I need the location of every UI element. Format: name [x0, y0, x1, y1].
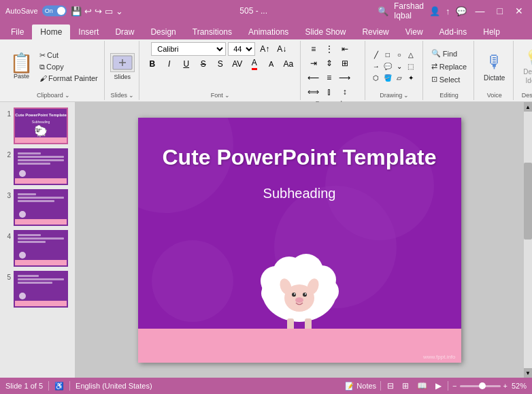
- zoom-level[interactable]: 52%: [512, 382, 527, 390]
- slide-image-5[interactable]: [14, 271, 68, 308]
- share-icon[interactable]: ↑: [446, 6, 450, 16]
- slide-sorter-button[interactable]: ⊞: [400, 380, 411, 391]
- slides-expand-icon[interactable]: ⌄: [129, 92, 134, 99]
- tab-insert[interactable]: Insert: [70, 24, 107, 39]
- increase-indent-button[interactable]: ⇥: [306, 56, 321, 70]
- underline-button[interactable]: U: [179, 57, 194, 71]
- numbering-button[interactable]: ⋮: [322, 42, 337, 56]
- justify-button[interactable]: ⟺: [306, 85, 321, 99]
- text-direction-button[interactable]: ⇕: [322, 56, 337, 70]
- increase-font-button[interactable]: A↑: [257, 42, 272, 56]
- tab-transitions[interactable]: Transitions: [184, 24, 240, 39]
- notes-button[interactable]: 📝 Notes: [345, 382, 376, 391]
- italic-button[interactable]: I: [162, 57, 177, 71]
- tab-home[interactable]: Home: [32, 24, 70, 39]
- drawing-expand-icon[interactable]: ⌄: [403, 92, 409, 99]
- select-button[interactable]: ⊡ Select: [429, 73, 469, 85]
- undo-icon[interactable]: ↩: [84, 6, 92, 16]
- slide-image-3[interactable]: [14, 189, 68, 226]
- shape-effects-button[interactable]: ✦: [405, 73, 416, 84]
- oval-tool[interactable]: ○: [394, 50, 405, 61]
- font-expand-icon[interactable]: ⌄: [225, 92, 230, 99]
- comments-icon[interactable]: 💬: [456, 6, 467, 16]
- slide-thumb-4[interactable]: 4: [3, 230, 72, 267]
- tab-help[interactable]: Help: [475, 24, 508, 39]
- slide-thumb-5[interactable]: 5: [3, 271, 72, 308]
- slide-image-4[interactable]: [14, 230, 68, 267]
- tab-design[interactable]: Design: [142, 24, 184, 39]
- arrange-button[interactable]: ⬚: [405, 61, 416, 72]
- maximize-button[interactable]: □: [494, 5, 506, 16]
- slide-thumb-3[interactable]: 3: [3, 189, 72, 226]
- slide-thumb-1[interactable]: 1 Cute PowerPoint Template Subheading 🐑: [3, 108, 72, 144]
- slide-canvas[interactable]: Cute PowerPoint Template Subheading: [138, 118, 461, 363]
- tab-file[interactable]: File: [3, 24, 32, 39]
- scroll-down-button[interactable]: ▼: [524, 368, 532, 378]
- minimize-button[interactable]: —: [472, 5, 488, 16]
- triangle-tool[interactable]: △: [405, 50, 416, 61]
- find-button[interactable]: 🔍 Find: [429, 48, 469, 59]
- strikethrough-button[interactable]: S: [196, 57, 211, 71]
- search-icon[interactable]: 🔍: [378, 6, 388, 16]
- shape-outline-button[interactable]: ▱: [394, 73, 405, 84]
- decrease-indent-button[interactable]: ⇤: [337, 42, 352, 56]
- shadow-button[interactable]: S: [213, 57, 228, 71]
- zoom-plus-button[interactable]: +: [503, 382, 508, 390]
- redo-icon[interactable]: ↪: [95, 6, 102, 16]
- more-icon[interactable]: ⌄: [116, 6, 123, 16]
- align-right-button[interactable]: ⟶: [337, 71, 352, 84]
- font-size-select[interactable]: 44: [228, 42, 255, 56]
- replace-button[interactable]: ⇄ Replace: [429, 61, 469, 72]
- format-painter-button[interactable]: 🖌 Format Painter: [37, 73, 100, 83]
- slide-image-2[interactable]: [14, 148, 68, 185]
- arrow-tool[interactable]: →: [371, 61, 382, 72]
- slideshow-button[interactable]: ▶: [433, 380, 444, 391]
- scroll-track[interactable]: [524, 112, 532, 368]
- zoom-track[interactable]: [460, 385, 501, 387]
- shape-fill-button[interactable]: 🪣: [382, 73, 393, 84]
- paste-button[interactable]: 📋 Paste: [7, 52, 36, 81]
- bullets-button[interactable]: ≡: [306, 42, 321, 56]
- convert-to-smartart-button[interactable]: ⊞: [337, 56, 352, 70]
- decrease-font-button[interactable]: A↓: [274, 42, 289, 56]
- slide-image-1[interactable]: Cute PowerPoint Template Subheading 🐑: [14, 108, 68, 144]
- reading-view-button[interactable]: 📖: [415, 380, 429, 391]
- slide-thumb-2[interactable]: 2: [3, 148, 72, 185]
- highlight-button[interactable]: A: [264, 57, 279, 71]
- bold-button[interactable]: B: [145, 57, 160, 71]
- change-case-button[interactable]: Aa: [281, 57, 296, 71]
- font-name-select[interactable]: Calibri: [151, 42, 226, 56]
- tab-review[interactable]: Review: [354, 24, 397, 39]
- clipboard-expand-icon[interactable]: ⌄: [65, 92, 70, 99]
- rect-tool[interactable]: □: [382, 50, 393, 61]
- scroll-thumb[interactable]: [524, 163, 532, 240]
- callout-tool[interactable]: 💬: [382, 61, 393, 72]
- copy-button[interactable]: ⧉ Copy: [37, 62, 100, 72]
- quick-styles-button[interactable]: ⬡: [371, 73, 382, 84]
- tab-animations[interactable]: Animations: [240, 24, 297, 39]
- align-center-button[interactable]: ≡: [322, 71, 337, 84]
- close-button[interactable]: ✕: [512, 5, 527, 16]
- line-tool[interactable]: ╱: [371, 50, 382, 61]
- autosave-toggle[interactable]: On: [42, 5, 67, 16]
- zoom-minus-button[interactable]: −: [452, 382, 456, 390]
- save-icon[interactable]: 💾: [71, 6, 82, 16]
- zoom-slider[interactable]: − +: [452, 382, 508, 390]
- tab-view[interactable]: View: [397, 24, 431, 39]
- tab-addins[interactable]: Add-ins: [431, 24, 476, 39]
- tab-draw[interactable]: Draw: [107, 24, 142, 39]
- zoom-thumb[interactable]: [479, 382, 486, 389]
- line-spacing-button[interactable]: ↕: [337, 85, 352, 99]
- dictate-button[interactable]: 🎙 Dictate: [480, 50, 509, 83]
- present-icon[interactable]: ▭: [105, 6, 113, 16]
- normal-view-button[interactable]: ⊟: [385, 380, 396, 391]
- design-ideas-button[interactable]: 💡 Design Ideas: [519, 48, 532, 86]
- accessibility-icon[interactable]: ♿: [54, 382, 64, 391]
- new-slide-button[interactable]: Slides: [110, 53, 135, 80]
- columns-button[interactable]: ⫿: [322, 85, 337, 99]
- font-color-button[interactable]: A: [247, 57, 262, 71]
- char-spacing-button[interactable]: AV: [230, 57, 245, 71]
- vertical-scrollbar[interactable]: ▲ ▼: [524, 102, 532, 378]
- tab-slideshow[interactable]: Slide Show: [297, 24, 354, 39]
- more-shapes-tool[interactable]: ⌄: [394, 61, 405, 72]
